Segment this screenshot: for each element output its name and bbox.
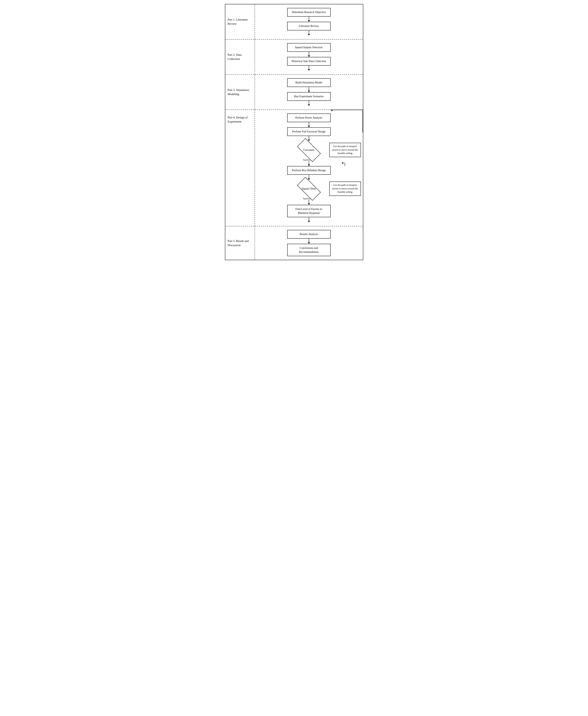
box-box-behnken: Perform Box-Behnken Design xyxy=(287,166,331,175)
part1-content: Determine Research Objective Literature … xyxy=(255,4,363,39)
box-literature-review: Literature Review xyxy=(287,22,331,30)
box-find-level: Find Level of Factors to Minimize Respon… xyxy=(287,205,331,217)
side-box-1: Use the path of steepest ascent to move … xyxy=(329,143,361,157)
part1-label: Part 1. Literature Review xyxy=(225,4,255,39)
arrow-10 xyxy=(308,175,310,180)
diamond-square-term: Square Term xyxy=(293,180,325,198)
part4-content: Perform Power Analysis Perform Full Fact… xyxy=(255,110,363,226)
bbd-wrapper: Perform Box-Behnken Design xyxy=(257,166,361,175)
box-historical-sale: Historical Sale Data Collection xyxy=(287,57,331,66)
side-box-2: Use the path of steepest ascent to move … xyxy=(329,182,361,196)
part2-content: Inputs/Outputs Selection Historical Sale… xyxy=(255,40,363,74)
box-power-analysis: Perform Power Analysis xyxy=(287,113,331,122)
part1-section: Part 1. Literature Review Determine Rese… xyxy=(225,4,363,40)
box-conclusions: Conclusions and Recommendation xyxy=(287,244,331,256)
arrow-5 xyxy=(308,87,310,92)
arrow-11 xyxy=(308,199,310,205)
part2-label: Part 2. Data Collection xyxy=(225,40,255,74)
part5-label: Part 5. Result and Discussion xyxy=(225,226,255,260)
arrow-13 xyxy=(308,238,310,244)
arrow-12 xyxy=(308,217,310,223)
arrow-1 xyxy=(308,17,310,22)
box-build-simulation: Build Simulation Model xyxy=(287,78,331,87)
curvature-label: Curvature xyxy=(303,148,314,152)
part3-content: Build Simulation Model Run Experiment Sc… xyxy=(255,75,363,109)
part3-section: Part 3. Simulation Modeling Build Simula… xyxy=(225,75,363,110)
box-full-factorial: Perform Full Factorial Design xyxy=(287,127,331,136)
flowchart-diagram: Part 1. Literature Review Determine Rese… xyxy=(225,4,363,260)
part4-section: Part 4. Design of Experiment Perform Pow… xyxy=(225,110,363,226)
arrow-6 xyxy=(308,101,310,106)
part4-label: Part 4. Design of Experiment xyxy=(225,110,255,226)
box-inputs-outputs: Inputs/Outputs Selection xyxy=(287,43,331,52)
arrow-7 xyxy=(308,122,310,127)
arrow-2 xyxy=(308,30,310,36)
arrow-9 xyxy=(308,161,310,166)
arrow-4 xyxy=(308,66,310,71)
arrow-3 xyxy=(308,52,310,57)
square-term-label: Square Term xyxy=(302,187,316,190)
part5-content: Results Analysis Conclusions and Recomme… xyxy=(255,226,363,260)
part2-section: Part 2. Data Collection Inputs/Outputs S… xyxy=(225,40,363,75)
part3-label: Part 3. Simulation Modeling xyxy=(225,75,255,109)
box-run-experiment: Run Experiment Scenarios xyxy=(287,92,331,101)
part5-section: Part 5. Result and Discussion Results An… xyxy=(225,226,363,260)
box-determine-research-objective: Determine Research Objective xyxy=(287,8,331,17)
diamond-curvature: Curvature xyxy=(293,141,325,159)
arrow-8 xyxy=(308,136,310,141)
box-results-analysis: Results Analysis xyxy=(287,230,331,238)
